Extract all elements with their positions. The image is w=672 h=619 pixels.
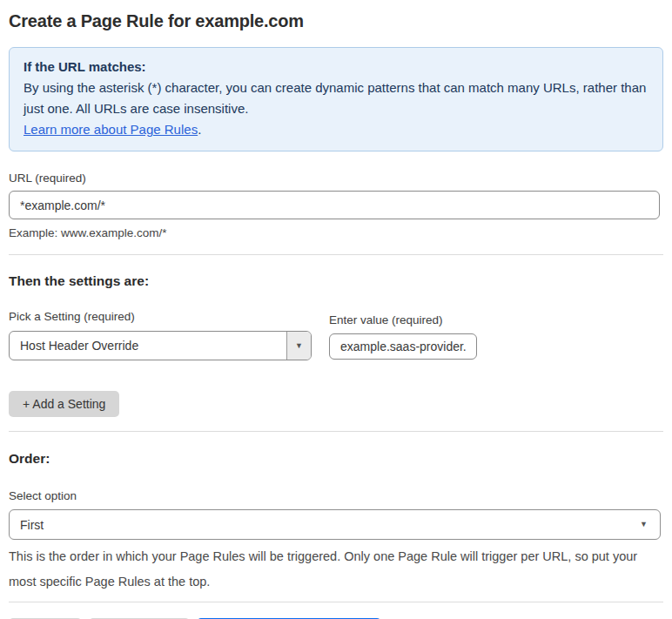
url-field-helper: Example: www.example.com/* [9,225,663,240]
url-field-label: URL (required) [9,172,663,185]
info-box-heading: If the URL matches: [24,57,648,77]
add-setting-button[interactable]: + Add a Setting [9,391,119,417]
settings-row: Pick a Setting (required) Host Header Ov… [9,310,663,360]
setting-select-arrow-button[interactable]: ▼ [286,332,311,360]
order-section-heading: Order: [9,451,663,467]
order-select[interactable]: First ▼ [9,509,661,540]
setting-value-column: Enter value (required) [329,313,477,360]
page-title: Create a Page Rule for example.com [9,9,663,33]
link-suffix: . [198,122,201,137]
setting-select[interactable]: Host Header Override ▼ [9,331,312,360]
order-select-label: Select option [9,489,663,503]
setting-value-input[interactable] [329,333,477,360]
setting-picker-column: Pick a Setting (required) Host Header Ov… [9,310,312,360]
learn-more-link[interactable]: Learn more about Page Rules [24,122,198,137]
page-rule-form: Create a Page Rule for example.com If th… [0,9,672,619]
url-match-info-box: If the URL matches: By using the asteris… [9,47,663,151]
divider [9,602,663,602]
value-field-label: Enter value (required) [329,313,477,327]
setting-select-label: Pick a Setting (required) [9,310,312,324]
order-helper-text: This is the order in which your Page Rul… [9,544,663,595]
url-input[interactable] [9,191,660,219]
setting-select-value: Host Header Override [10,339,286,353]
chevron-down-icon: ▼ [295,342,303,350]
settings-section-heading: Then the settings are: [9,273,663,289]
chevron-down-icon: ▼ [640,521,648,528]
order-select-value: First [20,518,44,532]
info-box-link-line: Learn more about Page Rules. [24,119,648,140]
divider [9,431,663,432]
info-box-body: By using the asterisk (*) character, you… [24,77,648,119]
divider [9,254,663,255]
